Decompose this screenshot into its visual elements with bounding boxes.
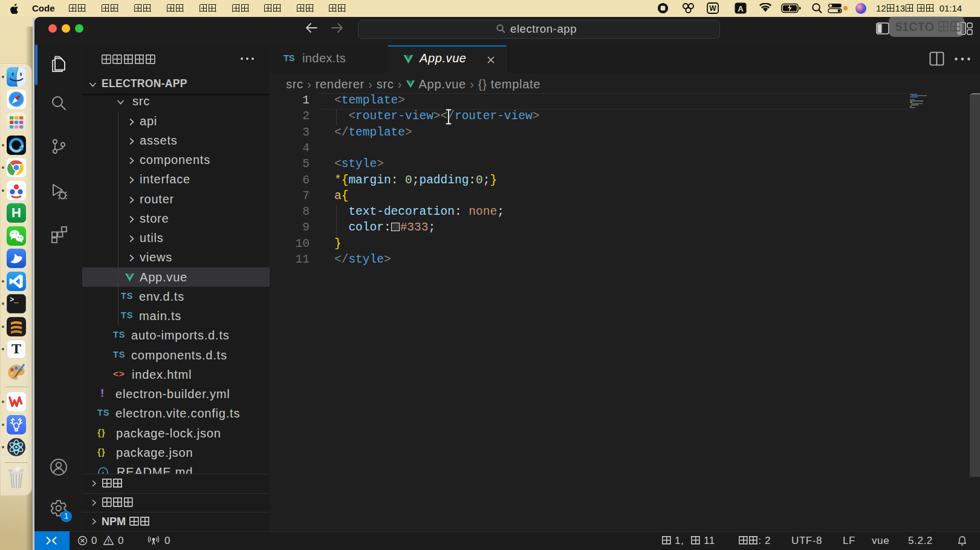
svg-text:W: W [709,4,716,13]
svg-text:A: A [738,4,744,13]
